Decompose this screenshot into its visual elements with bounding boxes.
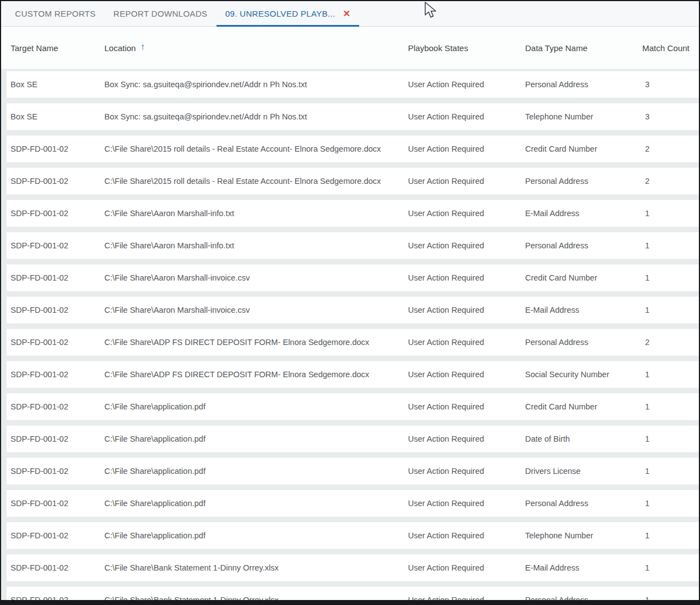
cell-location: Box Sync: sa.gsuiteqa@spiriondev.net/Add… [104, 80, 408, 89]
tab-label: 09. UNRESOLVED PLAYB... [225, 9, 335, 18]
cell-data-type: Telephone Number [525, 531, 642, 540]
cell-location: C:\File Share\application.pdf [104, 402, 408, 411]
column-header-playbook-states[interactable]: Playbook States [408, 43, 525, 53]
column-header-match-count[interactable]: Match Count [642, 43, 699, 53]
column-header-target-name[interactable]: Target Name [11, 43, 104, 53]
cell-target: SDP-FD-001-02 [11, 434, 104, 443]
cell-data-type: Drivers License [525, 467, 642, 476]
tab-bar: CUSTOM REPORTS REPORT DOWNLOADS 09. UNRE… [1, 1, 699, 27]
table-row[interactable]: SDP-FD-001-02C:\File Share\application.p… [7, 522, 699, 549]
table-row[interactable]: SDP-FD-001-02C:\File Share\Bank Statemen… [7, 587, 699, 600]
cell-location: C:\File Share\Aaron Marshall-info.txt [104, 209, 408, 218]
cell-location: C:\File Share\Bank Statement 1-Dinny Orr… [104, 596, 408, 600]
tab-unresolved-playbook[interactable]: 09. UNRESOLVED PLAYB... ✕ [216, 1, 360, 26]
cell-state: User Action Required [408, 273, 525, 282]
cell-match-count: 1 [642, 434, 699, 443]
cell-match-count: 1 [642, 241, 699, 250]
close-tab-icon[interactable]: ✕ [343, 9, 351, 18]
tab-label: CUSTOM REPORTS [15, 9, 95, 18]
cell-target: SDP-FD-001-02 [11, 370, 104, 379]
cell-location: C:\File Share\Aaron Marshall-info.txt [104, 241, 408, 250]
table-body: Box SEBox Sync: sa.gsuiteqa@spiriondev.n… [1, 69, 699, 600]
column-label: Data Type Name [525, 43, 587, 53]
cell-location: C:\File Share\ADP FS DIRECT DEPOSIT FORM… [104, 338, 408, 347]
cell-location: C:\File Share\application.pdf [104, 499, 408, 508]
table-row[interactable]: SDP-FD-001-02C:\File Share\Aaron Marshal… [7, 200, 699, 227]
cell-target: SDP-FD-001-02 [11, 306, 104, 314]
column-header-data-type-name[interactable]: Data Type Name [525, 43, 642, 53]
cell-state: User Action Required [408, 370, 525, 379]
table-row[interactable]: SDP-FD-001-02C:\File Share\2015 roll det… [7, 136, 699, 162]
cell-location: C:\File Share\application.pdf [104, 467, 408, 476]
tab-report-downloads[interactable]: REPORT DOWNLOADS [104, 1, 216, 26]
cell-match-count: 1 [642, 370, 699, 379]
table-row[interactable]: SDP-FD-001-02C:\File Share\Aaron Marshal… [7, 232, 699, 259]
table-row[interactable]: Box SEBox Sync: sa.gsuiteqa@spiriondev.n… [7, 103, 699, 130]
cell-match-count: 1 [642, 402, 699, 411]
cell-data-type: Telephone Number [525, 112, 642, 121]
sort-ascending-icon[interactable]: ↑ [140, 42, 145, 53]
table-row[interactable]: SDP-FD-001-02C:\File Share\application.p… [7, 458, 699, 484]
cell-match-count: 3 [642, 80, 699, 89]
cell-location: C:\File Share\ADP FS DIRECT DEPOSIT FORM… [104, 370, 408, 379]
tab-custom-reports[interactable]: CUSTOM REPORTS [6, 1, 104, 26]
cell-data-type: E-Mail Address [525, 563, 642, 572]
cell-data-type: Credit Card Number [525, 144, 642, 153]
column-header-location[interactable]: Location ↑ [104, 42, 408, 53]
cell-state: User Action Required [408, 144, 525, 153]
cell-data-type: Personal Address [525, 596, 642, 600]
report-view: CUSTOM REPORTS REPORT DOWNLOADS 09. UNRE… [1, 1, 699, 600]
cell-match-count: 3 [642, 112, 699, 121]
cell-data-type: Personal Address [525, 177, 642, 186]
table-row[interactable]: SDP-FD-001-02C:\File Share\application.p… [7, 393, 699, 420]
mouse-cursor [424, 2, 439, 19]
cell-match-count: 1 [642, 467, 699, 476]
cell-target: Box SE [11, 112, 104, 121]
cell-data-type: Personal Address [525, 338, 642, 347]
cell-location: C:\File Share\2015 roll details - Real E… [104, 177, 408, 186]
cell-match-count: 1 [642, 499, 699, 508]
cell-match-count: 1 [642, 563, 699, 572]
cell-match-count: 2 [642, 144, 699, 153]
cell-state: User Action Required [408, 531, 525, 540]
cell-state: User Action Required [408, 467, 525, 476]
cell-data-type: E-Mail Address [525, 306, 642, 314]
table-row[interactable]: SDP-FD-001-02C:\File Share\Aaron Marshal… [7, 297, 699, 323]
table-header: Target Name Location ↑ Playbook States D… [1, 27, 699, 69]
cell-match-count: 2 [642, 177, 699, 186]
table-row[interactable]: SDP-FD-001-02C:\File Share\Bank Statemen… [7, 554, 699, 581]
cell-location: C:\File Share\application.pdf [104, 531, 408, 540]
cell-target: SDP-FD-001-02 [11, 531, 104, 540]
cell-data-type: Credit Card Number [525, 273, 642, 282]
cell-data-type: Personal Address [525, 241, 642, 250]
window-bottom-border [0, 600, 700, 605]
cell-target: SDP-FD-001-02 [11, 596, 104, 600]
table-row[interactable]: SDP-FD-001-02C:\File Share\ADP FS DIRECT… [7, 329, 699, 356]
cell-match-count: 1 [642, 531, 699, 540]
cell-match-count: 1 [642, 596, 699, 600]
cell-target: SDP-FD-001-02 [11, 402, 104, 411]
table-row[interactable]: SDP-FD-001-02C:\File Share\2015 roll det… [7, 168, 699, 194]
cell-target: SDP-FD-001-02 [11, 563, 104, 572]
table-row[interactable]: SDP-FD-001-02C:\File Share\application.p… [7, 426, 699, 452]
cell-location: C:\File Share\Aaron Marshall-invoice.csv [104, 306, 408, 314]
cell-data-type: Date of Birth [525, 434, 642, 443]
cell-state: User Action Required [408, 563, 525, 572]
cell-match-count: 2 [642, 338, 699, 347]
cell-target: SDP-FD-001-02 [11, 209, 104, 218]
cell-target: Box SE [11, 80, 104, 89]
cell-location: C:\File Share\Bank Statement 1-Dinny Orr… [104, 563, 408, 572]
cell-data-type: Personal Address [525, 499, 642, 508]
cell-location: C:\File Share\application.pdf [104, 434, 408, 443]
table-row[interactable]: Box SEBox Sync: sa.gsuiteqa@spiriondev.n… [7, 71, 699, 98]
cell-target: SDP-FD-001-02 [11, 177, 104, 186]
cell-state: User Action Required [408, 209, 525, 218]
table-row[interactable]: SDP-FD-001-02C:\File Share\Aaron Marshal… [7, 264, 699, 291]
table-row[interactable]: SDP-FD-001-02C:\File Share\ADP FS DIRECT… [7, 361, 699, 388]
table-row[interactable]: SDP-FD-001-02C:\File Share\application.p… [7, 490, 699, 517]
cell-target: SDP-FD-001-02 [11, 273, 104, 282]
cell-data-type: Social Security Number [525, 370, 642, 379]
cell-target: SDP-FD-001-02 [11, 144, 104, 153]
cell-target: SDP-FD-001-02 [11, 467, 104, 476]
cell-match-count: 1 [642, 273, 699, 282]
